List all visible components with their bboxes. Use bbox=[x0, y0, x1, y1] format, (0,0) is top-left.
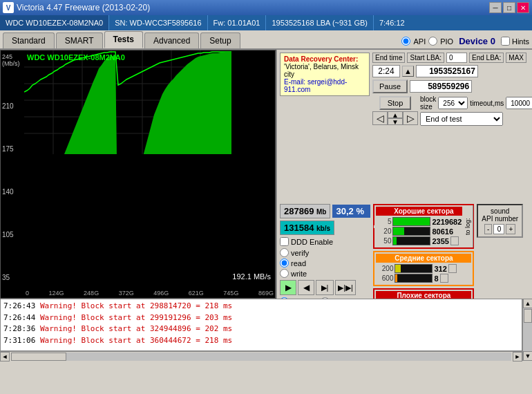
lba-info: 1953525168 LBA (~931 GB) bbox=[266, 15, 374, 30]
hints-checkbox[interactable] bbox=[501, 37, 510, 46]
vscroll-down[interactable]: ▼ bbox=[523, 351, 532, 361]
hscroll-thumb[interactable] bbox=[11, 353, 66, 361]
x-372g: 372G bbox=[119, 290, 134, 297]
pio-radio[interactable] bbox=[428, 37, 437, 46]
write-radio[interactable] bbox=[280, 269, 289, 278]
nav-arrows: ◁ ▲ ▼ ▷ bbox=[372, 111, 418, 125]
log-entry-3: 7:31:06 Warning! Block start at 36044467… bbox=[3, 335, 519, 347]
good-fill-1 bbox=[393, 227, 404, 235]
minimize-button[interactable]: ─ bbox=[489, 2, 502, 13]
end-time-spinner[interactable]: ▲ bbox=[402, 66, 414, 77]
stats-sectors-row: 287869 Mb 30,2 % 131584 kb/s DDD Enable bbox=[277, 203, 532, 299]
y-label-6: 35 bbox=[2, 274, 23, 281]
maximize-button[interactable]: □ bbox=[503, 2, 515, 13]
x-248g: 248G bbox=[84, 290, 99, 297]
hscroll-left[interactable]: ◄ bbox=[0, 352, 10, 362]
ddd-checkbox[interactable] bbox=[280, 237, 289, 246]
app-title: Victoria 4.47 Freeware (2013-02-20) bbox=[17, 3, 489, 12]
kbs-row: 131584 kb/s bbox=[280, 221, 370, 235]
to-log-btn[interactable]: to log: bbox=[462, 205, 473, 247]
medium-sectors-title: Средние сектора bbox=[376, 254, 471, 263]
vscroll-up[interactable]: ▲ bbox=[523, 299, 532, 308]
y-label-5: 105 bbox=[2, 231, 23, 238]
titlebar: V Victoria 4.47 Freeware (2013-02-20) ─ … bbox=[0, 0, 532, 15]
good-bar-2 bbox=[392, 236, 430, 245]
block-timeout: block size 256512 timeout,ms 10000 End o… bbox=[420, 95, 532, 126]
sound-api-label: API number bbox=[482, 215, 518, 223]
good-check-2[interactable] bbox=[450, 236, 459, 245]
good-bar-1 bbox=[392, 227, 430, 236]
big-lba1[interactable]: 1953525167 bbox=[416, 65, 478, 77]
step-fwd-button[interactable]: ▶| bbox=[316, 280, 334, 295]
sectors-panels: Хорошие сектора to log: 5 2219682 bbox=[373, 204, 474, 299]
med-check-1[interactable] bbox=[440, 274, 448, 283]
mid-controls: End time Start LBA: 0 End LBA: MAX 2:24 … bbox=[372, 53, 532, 126]
v-scrollbar: ▲ ▼ bbox=[522, 299, 532, 361]
start-lba-label: Start LBA: bbox=[407, 53, 444, 63]
vscroll-thumb[interactable] bbox=[524, 309, 532, 323]
close-button[interactable]: ✕ bbox=[517, 2, 529, 13]
sound-controls: - 0 + bbox=[482, 224, 518, 234]
end-time-value[interactable]: 2:24 bbox=[372, 65, 400, 77]
tab-tests[interactable]: Tests bbox=[104, 31, 143, 48]
main-content: 245 (Mb/s) 210 175 140 105 35 bbox=[0, 50, 532, 299]
tab-setup[interactable]: Setup bbox=[200, 32, 240, 48]
write-label: write bbox=[291, 270, 307, 278]
big-lba2[interactable]: 589559296 bbox=[410, 80, 472, 93]
stop-button[interactable]: Stop bbox=[379, 96, 412, 110]
med-check-0[interactable] bbox=[448, 264, 457, 273]
read-radio[interactable] bbox=[280, 259, 289, 268]
x-745g: 745G bbox=[223, 290, 238, 297]
end-button[interactable]: ▶|▶| bbox=[335, 280, 356, 295]
hscroll-right[interactable]: ► bbox=[513, 352, 522, 362]
med-fill-0 bbox=[395, 265, 401, 272]
med-t1: 600 bbox=[376, 274, 393, 282]
good-row-2: 50 2355 bbox=[376, 236, 471, 245]
med-fill-1 bbox=[395, 274, 397, 282]
serial-number: SN: WD-WCC3F5895616 bbox=[109, 15, 207, 30]
window-controls: ─ □ ✕ bbox=[489, 2, 529, 13]
tab-advanced[interactable]: Advanced bbox=[144, 32, 199, 48]
device-bar: WDC WD10EZEX-08M2NA0 SN: WD-WCC3F5895616… bbox=[0, 15, 532, 30]
sound-value: 0 bbox=[493, 224, 504, 234]
end-time-label: End time bbox=[372, 53, 405, 63]
ddd-label: DDD Enable bbox=[291, 238, 333, 246]
play-button[interactable]: ▶ bbox=[280, 280, 296, 295]
speed-label: 192.1 MB/s bbox=[232, 272, 271, 281]
start-lba-value[interactable]: 0 bbox=[446, 53, 467, 63]
x-496g: 496G bbox=[153, 290, 169, 297]
med-t0: 200 bbox=[376, 265, 393, 272]
block-size-select[interactable]: 256512 bbox=[438, 97, 468, 109]
back-button[interactable]: ◀ bbox=[298, 280, 314, 295]
med-row-1: 600 8 bbox=[376, 274, 471, 283]
timeout-select[interactable]: 10000 bbox=[506, 97, 532, 109]
nav-down[interactable]: ▼ bbox=[388, 118, 403, 125]
log-msg-1: Warning! Block start at 299191296 = 203 … bbox=[40, 313, 232, 322]
hscroll-track bbox=[11, 353, 511, 361]
tab-standard[interactable]: Standard bbox=[3, 32, 55, 48]
drc-email: E-mail: sergei@hdd-911.com bbox=[284, 78, 365, 93]
x-621g: 621G bbox=[189, 290, 204, 297]
end-of-test-select[interactable]: End of test bbox=[420, 112, 503, 126]
y-label-4: 140 bbox=[2, 188, 23, 196]
bad-sectors-panel: Плохие сектора > 0 E bbox=[373, 288, 474, 299]
api-radio[interactable] bbox=[401, 37, 410, 46]
log-time-3: 7:31:06 bbox=[3, 336, 35, 345]
sound-minus[interactable]: - bbox=[484, 224, 492, 234]
nav-right[interactable]: ▷ bbox=[403, 111, 418, 125]
tab-smart[interactable]: SMART bbox=[56, 32, 103, 48]
nav-left[interactable]: ◁ bbox=[372, 111, 388, 125]
sound-plus[interactable]: + bbox=[506, 224, 515, 234]
verify-radio[interactable] bbox=[280, 248, 289, 257]
nav-up[interactable]: ▲ bbox=[388, 111, 403, 118]
api-label: API bbox=[413, 37, 426, 46]
good-row-0: 5 2219682 bbox=[376, 217, 471, 226]
lba-row3: Pause 589559296 bbox=[372, 79, 532, 93]
sound-label: sound bbox=[482, 207, 518, 215]
kbs-value: 131584 kb/s bbox=[280, 221, 334, 235]
tabbar: Standard SMART Tests Advanced Setup API … bbox=[0, 30, 532, 50]
good-sector-rows: 5 2219682 20 bbox=[376, 217, 471, 245]
sound-box: sound API number - 0 + bbox=[477, 204, 523, 238]
pause-button[interactable]: Pause bbox=[372, 79, 408, 93]
good-count-2: 2355 bbox=[432, 237, 448, 245]
